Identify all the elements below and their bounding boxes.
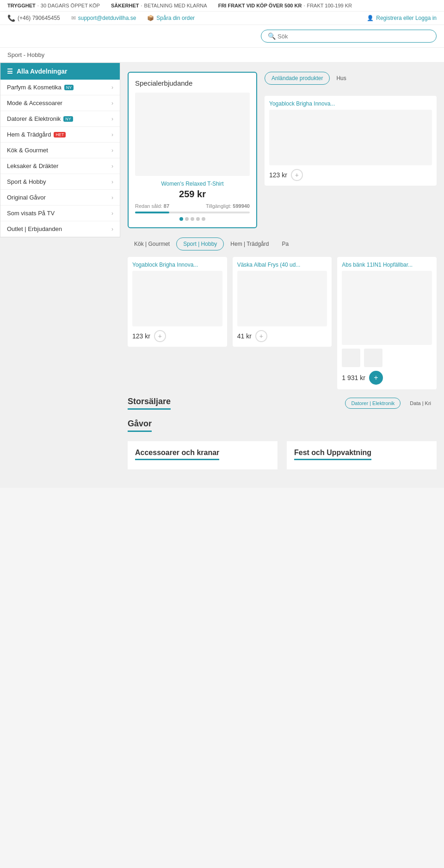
phone-contact[interactable]: 📞 (+46) 790645455 [7, 14, 60, 22]
bottom-sections: Accessoarer och kranar Fest och Uppvaktn… [128, 441, 437, 479]
product-image-vaska [237, 271, 327, 326]
product-col-2: Väska Albal Frys (40 ud... 41 kr + [233, 257, 332, 389]
anlanda-price-row: 123 kr + [269, 169, 432, 181]
product-price-vaska: 41 kr [237, 332, 252, 340]
tab-hus[interactable]: Hus [330, 72, 352, 84]
sidebar: ☰ Alla Avdelningar Parfym & Kosmetika NY… [0, 62, 120, 237]
user-icon: 👤 [367, 15, 374, 21]
badge-ny-parfym: NY [64, 85, 74, 90]
breadcrumb: Sport - Hobby [0, 48, 444, 62]
gavor-header: Gåvor [128, 419, 437, 432]
register-login[interactable]: 👤 Registrera eller Logga in [367, 15, 437, 21]
chevron-right-icon: › [111, 131, 113, 138]
special-card: Specialerbjudande Women's Relaxed T-Shir… [128, 72, 257, 228]
special-product-link[interactable]: Women's Relaxed T-Shirt [135, 181, 250, 187]
sidebar-item-original[interactable]: Original Gåvor › [0, 190, 120, 206]
product-price-row-2: 41 kr + [237, 330, 327, 342]
track-icon: 📦 [147, 15, 154, 21]
add-vaska-button[interactable]: + [255, 330, 267, 342]
gavor-section: Gåvor [128, 419, 437, 432]
tab-datorer-elektronik[interactable]: Datorer | Elektronik [345, 398, 401, 409]
banner-frakt: FRI FRAKT VID KÖP ÖVER 500 KR · FRAKT 10… [218, 3, 352, 8]
special-product-meta: Redan såld: 87 Tillgängligt: 599940 [135, 203, 250, 209]
product-image-yogablock [132, 271, 222, 326]
chevron-right-icon: › [111, 100, 113, 106]
sidebar-item-kok[interactable]: Kök & Gourmet › [0, 143, 120, 158]
sidebar-item-leksaker[interactable]: Leksaker & Dräkter › [0, 158, 120, 174]
top-banner: TRYGGHET · 30 DAGARS ÖPPET KÖP SÄKERHET … [0, 0, 444, 12]
accessoarer-section: Accessoarer och kranar [128, 441, 278, 469]
special-product-image [135, 93, 250, 176]
badge-het-hem: HET [54, 132, 66, 137]
anlanda-add-button[interactable]: + [291, 169, 303, 181]
dot-3[interactable] [191, 217, 194, 221]
add-abs-button[interactable]: + [369, 371, 383, 385]
accessoarer-title: Accessoarer och kranar [135, 449, 219, 460]
storsaljare-section: Storsäljare Datorer | Elektronik Data | … [128, 397, 437, 410]
chevron-right-icon: › [111, 116, 113, 122]
progress-bar [135, 212, 250, 213]
chevron-right-icon: › [111, 210, 113, 217]
search-wrap: 🔍 [261, 30, 437, 43]
sidebar-item-outlet[interactable]: Outlet | Erbjudanden › [0, 221, 120, 237]
storsaljare-header: Storsäljare Datorer | Elektronik Data | … [128, 397, 437, 410]
tab-data-kri[interactable]: Data | Kri [404, 398, 437, 408]
chevron-right-icon: › [111, 163, 113, 169]
anlanda-product-image [269, 110, 432, 165]
sidebar-item-parfym[interactable]: Parfym & Kosmetika NY › [0, 80, 120, 95]
special-product-price: 259 kr [135, 189, 250, 200]
dot-2[interactable] [185, 217, 189, 221]
product-thumbnail-1 [342, 349, 360, 367]
product-col-1: Yogablock Brigha Innova... 123 kr + [128, 257, 227, 389]
fest-title: Fest och Uppvaktning [294, 449, 371, 460]
product-col-3: Abs bänk 11IN1 Hopfällbar... 1 931 kr + [337, 257, 437, 389]
sidebar-item-hem[interactable]: Hem & Trädgård HET › [0, 127, 120, 143]
right-product-header: Anländade produkter Hus [265, 72, 437, 91]
dot-5[interactable] [202, 217, 205, 221]
banner-trygghet: TRYGGHET · 30 DAGARS ÖPPET KÖP [7, 3, 100, 8]
sidebar-item-mode[interactable]: Mode & Accessoarer › [0, 95, 120, 111]
sidebar-item-tv[interactable]: Som visats På TV › [0, 206, 120, 221]
auth-links: 👤 Registrera eller Logga in [367, 15, 437, 21]
search-input[interactable] [278, 33, 430, 40]
sidebar-item-datorer[interactable]: Datorer & Elektronik NY › [0, 111, 120, 127]
search-icon: 🔍 [268, 32, 276, 40]
product-price-row-1: 123 kr + [132, 330, 222, 342]
tab-pa[interactable]: Pa [275, 238, 295, 250]
anlanda-tab-strip: Anländade produkter Hus [265, 72, 353, 85]
tab-hem-tradgard[interactable]: Hem | Trädgård [224, 238, 275, 250]
product-card-abs: Abs bänk 11IN1 Hopfällbar... 1 931 kr + [337, 257, 437, 389]
product-price-yogablock: 123 kr [132, 332, 150, 340]
dot-1[interactable] [179, 217, 183, 221]
tab-kok-gourmet[interactable]: Kök | Gourmet [128, 238, 176, 250]
category-tab-strip: Kök | Gourmet Sport | Hobby Hem | Trädgå… [128, 237, 437, 250]
chevron-right-icon: › [111, 179, 113, 185]
sidebar-header: ☰ Alla Avdelningar [0, 63, 120, 80]
track-order[interactable]: 📦 Spåra din order [147, 15, 195, 21]
fest-section: Fest och Uppvaktning [287, 441, 437, 469]
dot-4[interactable] [196, 217, 200, 221]
tab-sport-hobby[interactable]: Sport | Hobby [176, 237, 224, 250]
special-title: Specialerbjudande [135, 79, 250, 87]
tab-anlanda[interactable]: Anländade produkter [265, 72, 330, 85]
special-dots [135, 217, 250, 221]
phone-icon: 📞 [7, 14, 15, 22]
chevron-right-icon: › [111, 147, 113, 154]
product-grid-row: Yogablock Brigha Innova... 123 kr + Väsk… [128, 257, 437, 389]
banner-sakerhet: SÄKERHET · BETALNING MED KLARNA [111, 3, 207, 8]
product-title-abs: Abs bänk 11IN1 Hopfällbar... [342, 262, 432, 268]
product-image-abs [342, 271, 432, 345]
storsaljare-title: Storsäljare [128, 397, 171, 410]
sidebar-item-sport[interactable]: Sport & Hobby › [0, 174, 120, 190]
product-card-vaska: Väska Albal Frys (40 ud... 41 kr + [233, 257, 332, 347]
menu-icon: ☰ [7, 68, 13, 75]
search-bar-row: 🔍 [0, 25, 444, 48]
badge-ny-datorer: NY [63, 116, 73, 122]
chevron-right-icon: › [111, 84, 113, 91]
email-contact[interactable]: ✉ support@detduvillha.se [71, 15, 136, 21]
add-yogablock-button[interactable]: + [154, 330, 166, 342]
product-title-vaska: Väska Albal Frys (40 ud... [237, 262, 327, 268]
right-products: Anländade produkter Hus Yogablock Brigha… [265, 72, 437, 228]
product-card-yogablock: Yogablock Brigha Innova... 123 kr + [128, 257, 227, 347]
product-price-row-3: 1 931 kr + [342, 371, 432, 385]
